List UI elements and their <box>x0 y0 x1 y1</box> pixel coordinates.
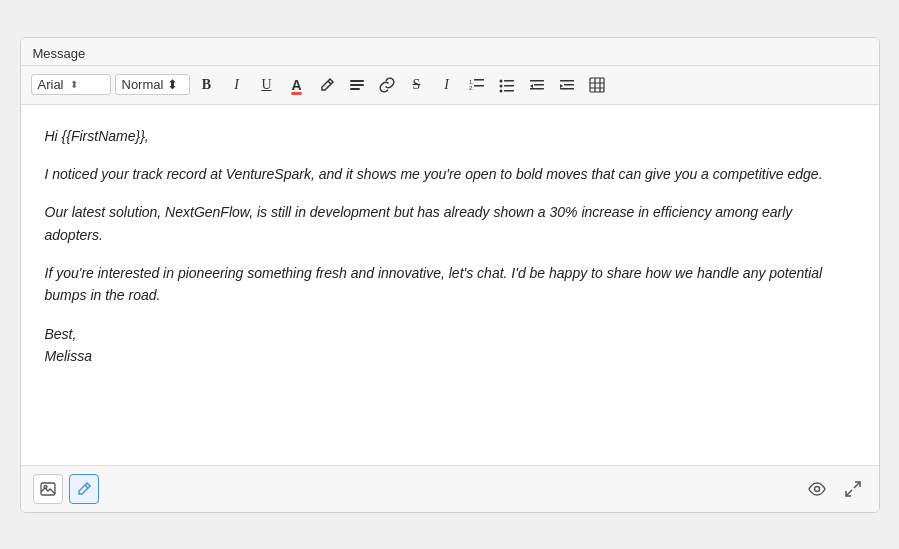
bottom-bar <box>21 465 879 512</box>
paragraph-2: Our latest solution, NextGenFlow, is sti… <box>45 201 855 246</box>
indent-icon <box>559 77 575 93</box>
edit-button[interactable] <box>69 474 99 504</box>
svg-rect-7 <box>474 85 484 87</box>
font-style-select[interactable]: Normal ⬍ <box>115 74 190 95</box>
paragraph-3: If you're interested in pioneering somet… <box>45 262 855 307</box>
svg-rect-2 <box>350 84 364 86</box>
svg-point-8 <box>499 79 502 82</box>
svg-rect-18 <box>560 80 574 82</box>
bottom-left-actions <box>33 474 99 504</box>
font-family-arrow-icon: ⬍ <box>70 79 78 90</box>
editor-toolbar: Arial ⬍ Normal ⬍ B I U A <box>21 66 879 105</box>
link-icon <box>379 77 395 93</box>
strikethrough-button[interactable]: S <box>404 72 430 98</box>
svg-rect-9 <box>504 80 514 82</box>
message-editor: Message Arial ⬍ Normal ⬍ B I U A <box>20 37 880 513</box>
svg-line-32 <box>846 490 852 496</box>
svg-line-0 <box>328 81 331 84</box>
edit-pencil-icon <box>76 481 92 497</box>
svg-text:2.: 2. <box>469 85 474 91</box>
svg-rect-3 <box>350 88 360 90</box>
align-icon <box>349 77 365 93</box>
editor-content[interactable]: Hi {{FirstName}}, I noticed your track r… <box>21 105 879 465</box>
svg-rect-15 <box>534 84 544 86</box>
font-family-select[interactable]: Arial ⬍ <box>31 74 111 95</box>
underline-button[interactable]: U <box>254 72 280 98</box>
outdent-button[interactable] <box>524 72 550 98</box>
font-style-label: Normal <box>122 77 164 92</box>
svg-line-29 <box>85 485 88 488</box>
svg-rect-16 <box>530 88 544 90</box>
svg-rect-19 <box>564 84 574 86</box>
italic-button[interactable]: I <box>224 72 250 98</box>
svg-rect-20 <box>560 88 574 90</box>
bold-button[interactable]: B <box>194 72 220 98</box>
ordered-list-button[interactable]: 1. 2. <box>464 72 490 98</box>
preview-button[interactable] <box>803 475 831 503</box>
svg-marker-21 <box>560 84 563 88</box>
svg-rect-1 <box>350 80 364 82</box>
expand-icon <box>844 480 862 498</box>
svg-rect-5 <box>474 79 484 81</box>
link-button[interactable] <box>374 72 400 98</box>
outdent-icon <box>529 77 545 93</box>
font-style-arrow-icon: ⬍ <box>167 77 178 92</box>
svg-rect-11 <box>504 85 514 87</box>
bottom-right-actions <box>803 475 867 503</box>
greeting-text: Hi {{FirstName}}, <box>45 125 855 147</box>
font-family-label: Arial <box>38 77 64 92</box>
svg-point-30 <box>814 486 819 491</box>
svg-marker-17 <box>530 84 533 88</box>
expand-button[interactable] <box>839 475 867 503</box>
section-label: Message <box>21 38 879 66</box>
table-icon <box>589 77 605 93</box>
paragraph-1: I noticed your track record at VentureSp… <box>45 163 855 185</box>
svg-rect-13 <box>504 90 514 92</box>
indent-button[interactable] <box>554 72 580 98</box>
font-color-button[interactable]: A <box>284 72 310 98</box>
ordered-list-icon: 1. 2. <box>469 77 485 93</box>
unordered-list-icon <box>499 77 515 93</box>
pencil-icon <box>319 77 335 93</box>
signature-line1: Best, <box>45 323 855 345</box>
signature-line2: Melissa <box>45 345 855 367</box>
svg-rect-22 <box>590 78 604 92</box>
svg-rect-14 <box>530 80 544 82</box>
align-button[interactable] <box>344 72 370 98</box>
insert-image-button[interactable] <box>33 474 63 504</box>
svg-point-10 <box>499 84 502 87</box>
highlight-button[interactable] <box>314 72 340 98</box>
table-button[interactable] <box>584 72 610 98</box>
svg-line-31 <box>854 482 860 488</box>
italic2-button[interactable]: I <box>434 72 460 98</box>
unordered-list-button[interactable] <box>494 72 520 98</box>
image-icon <box>40 481 56 497</box>
svg-point-12 <box>499 89 502 92</box>
eye-icon <box>808 480 826 498</box>
